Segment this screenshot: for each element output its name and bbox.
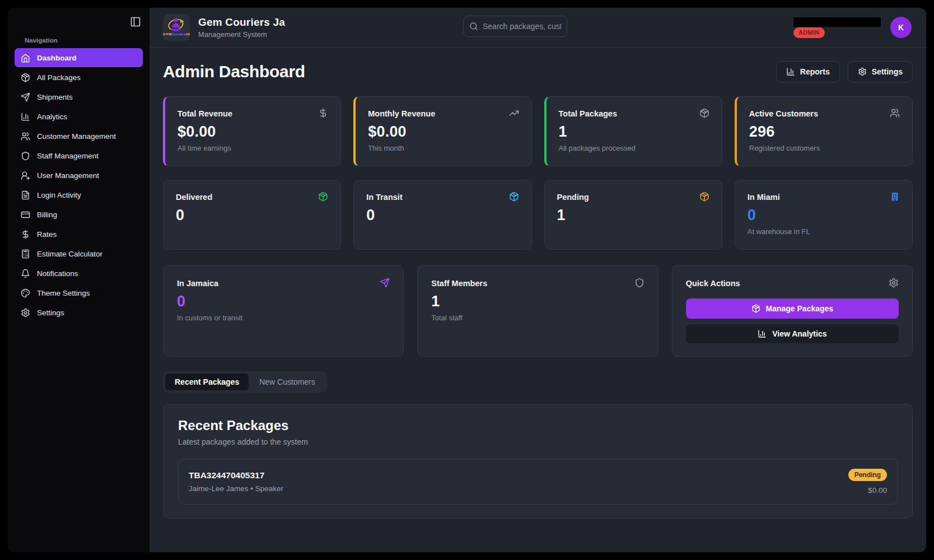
sidebar-item-billing[interactable]: Billing (15, 205, 143, 224)
sidebar-item-user-management[interactable]: User Management (15, 166, 143, 185)
shield-icon (634, 278, 645, 288)
sidebar-nav: Dashboard All Packages Shipments Analyti… (8, 48, 150, 323)
trending-up-icon (509, 108, 519, 118)
stat-card-total-revenue: Total Revenue $0.00 All time earnings (163, 96, 341, 166)
stat-subtitle: Registered customers (749, 144, 900, 152)
stat-title: Active Customers (749, 108, 818, 118)
sidebar-item-label: Rates (37, 230, 57, 239)
tab-recent-packages[interactable]: Recent Packages (165, 374, 249, 390)
sidebar-item-analytics[interactable]: Analytics (15, 107, 143, 126)
stat-title: Total Packages (559, 108, 618, 118)
sidebar-item-label: Shipments (37, 93, 73, 101)
stat-value: 0 (366, 207, 519, 224)
avatar[interactable]: K (890, 17, 912, 38)
sidebar-item-label: Billing (37, 211, 57, 219)
user-meta: ADMIN (793, 17, 881, 38)
sidebar-item-label: Customer Management (37, 132, 116, 141)
package-icon (509, 192, 519, 202)
nav-section-label: Navigation (25, 37, 133, 44)
stat-subtitle: At warehouse in FL (748, 227, 900, 236)
sidebar: Navigation Dashboard All Packages Shipme… (8, 8, 150, 552)
package-icon (699, 108, 709, 118)
stat-value: 1 (557, 207, 709, 224)
package-info: TBA324470405317 Jaime-Lee James • Speake… (189, 470, 283, 493)
view-analytics-button[interactable]: View Analytics (686, 324, 899, 343)
sidebar-item-all-packages[interactable]: All Packages (15, 68, 143, 87)
credit-card-icon (21, 210, 30, 220)
search-input[interactable] (483, 22, 561, 31)
sidebar-item-rates[interactable]: Rates (15, 225, 143, 244)
gear-icon (858, 67, 867, 76)
status-badge: Pending (848, 469, 887, 481)
sidebar-item-label: Login Activity (37, 191, 81, 199)
sidebar-item-staff-management[interactable]: Staff Management (15, 146, 143, 165)
stat-value: 0 (176, 207, 328, 224)
sidebar-item-label: User Management (37, 171, 99, 180)
search-icon (469, 22, 478, 31)
stat-title: Delivered (176, 192, 212, 202)
sidebar-item-dashboard[interactable]: Dashboard (15, 48, 143, 67)
gear-icon (889, 278, 899, 288)
manage-packages-label: Manage Packages (766, 304, 834, 313)
sidebar-item-settings[interactable]: Settings (15, 303, 143, 322)
dashboard-tabs: Recent Packages New Customers (163, 371, 327, 393)
reports-button-label: Reports (800, 67, 830, 76)
redacted-username-bar (793, 17, 881, 27)
stat-subtitle: All packages processed (559, 144, 709, 152)
page-title: Admin Dashboard (163, 62, 305, 81)
stat-title: Staff Members (431, 278, 487, 288)
stat-subtitle: This month (368, 144, 519, 152)
dollar-icon (318, 108, 328, 118)
package-customer-line: Jaime-Lee James • Speaker (189, 484, 283, 493)
sidebar-item-label: Analytics (37, 113, 67, 121)
app-title: Gem Couriers Ja (198, 16, 285, 29)
stat-value: $0.00 (368, 123, 519, 141)
stat-value: 296 (749, 123, 900, 141)
recent-packages-card: Recent Packages Latest packages added to… (163, 404, 913, 519)
recent-packages-subtitle: Latest packages added to the system (178, 437, 898, 446)
stat-card-active-customers: Active Customers 296 Registered customer… (735, 96, 913, 166)
plane-icon (380, 278, 390, 288)
stat-card-in-jamaica: In Jamaica 0 In customs or transit (163, 265, 404, 357)
package-status-block: Pending $0.00 (848, 469, 887, 494)
sidebar-item-notifications[interactable]: Notifications (15, 264, 143, 283)
shield-icon (21, 151, 30, 161)
sidebar-item-label: Theme Settings (37, 289, 90, 297)
header-right: ADMIN K (793, 17, 912, 38)
stat-value: 0 (748, 207, 900, 224)
bell-icon (21, 269, 30, 278)
sidebar-item-theme-settings[interactable]: Theme Settings (15, 283, 143, 302)
sidebar-item-customer-management[interactable]: Customer Management (15, 127, 143, 146)
package-amount: $0.00 (868, 486, 887, 494)
settings-button[interactable]: Settings (848, 61, 913, 82)
stat-subtitle: In customs or transit (177, 314, 390, 322)
bar-chart-icon (758, 329, 767, 338)
reports-button[interactable]: Reports (776, 61, 840, 82)
stat-value: 1 (559, 123, 709, 141)
tab-new-customers[interactable]: New Customers (250, 374, 325, 390)
stat-title: Monthly Revenue (368, 108, 435, 118)
stat-card-staff-members: Staff Members 1 Total staff (417, 265, 658, 357)
header: G✦MCouriersJA Gem Couriers Ja Management… (150, 8, 926, 48)
recent-packages-title: Recent Packages (178, 418, 898, 433)
main-area: G✦MCouriersJA Gem Couriers Ja Management… (150, 8, 926, 552)
sidebar-item-login-activity[interactable]: Login Activity (15, 185, 143, 204)
sidebar-item-label: All Packages (37, 73, 81, 82)
app-subtitle: Management System (198, 30, 285, 39)
sidebar-item-estimate-calculator[interactable]: Estimate Calculator (15, 244, 143, 263)
package-list-item[interactable]: TBA324470405317 Jaime-Lee James • Speake… (178, 459, 898, 505)
stat-title: In Jamaica (177, 278, 218, 288)
building-icon (890, 192, 900, 202)
manage-packages-button[interactable]: Manage Packages (686, 298, 899, 319)
app-logo: G✦MCouriersJA (163, 14, 190, 41)
dashboard-content: Admin Dashboard Reports Settings T (150, 48, 926, 552)
stat-subtitle: Total staff (431, 314, 644, 322)
stat-card-monthly-revenue: Monthly Revenue $0.00 This month (353, 96, 531, 166)
stat-card-total-packages: Total Packages 1 All packages processed (544, 96, 722, 166)
sidebar-toggle-icon[interactable] (129, 16, 142, 28)
sidebar-item-shipments[interactable]: Shipments (15, 87, 143, 106)
package-icon (699, 192, 709, 202)
sidebar-item-label: Dashboard (37, 54, 77, 62)
svg-text:G✦MCouriersJA: G✦MCouriersJA (163, 32, 190, 36)
settings-button-label: Settings (872, 67, 903, 76)
